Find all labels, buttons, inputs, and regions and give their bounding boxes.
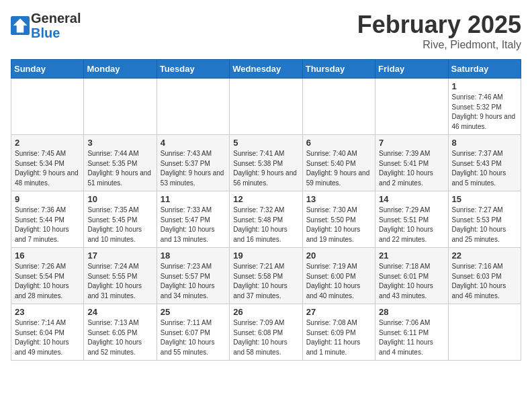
weekday-header-saturday: Saturday bbox=[448, 60, 521, 79]
day-number: 11 bbox=[161, 194, 226, 204]
weekday-header-tuesday: Tuesday bbox=[157, 60, 229, 79]
calendar-cell: 3Sunrise: 7:44 AM Sunset: 5:35 PM Daylig… bbox=[84, 135, 157, 191]
calendar-cell: 28Sunrise: 7:06 AM Sunset: 6:11 PM Dayli… bbox=[375, 304, 448, 361]
calendar-cell: 11Sunrise: 7:33 AM Sunset: 5:47 PM Dayli… bbox=[157, 191, 229, 248]
day-info: Sunrise: 7:19 AM Sunset: 6:00 PM Dayligh… bbox=[306, 262, 371, 301]
calendar-table: SundayMondayTuesdayWednesdayThursdayFrid… bbox=[11, 59, 521, 361]
day-number: 26 bbox=[233, 307, 298, 317]
day-info: Sunrise: 7:23 AM Sunset: 5:57 PM Dayligh… bbox=[161, 262, 226, 301]
calendar-cell: 16Sunrise: 7:26 AM Sunset: 5:54 PM Dayli… bbox=[11, 248, 84, 304]
month-title: February 2025 bbox=[357, 11, 521, 39]
day-number: 24 bbox=[87, 307, 152, 317]
calendar-cell: 9Sunrise: 7:36 AM Sunset: 5:44 PM Daylig… bbox=[11, 191, 84, 248]
calendar-cell bbox=[302, 79, 375, 135]
day-info: Sunrise: 7:18 AM Sunset: 6:01 PM Dayligh… bbox=[379, 262, 444, 301]
weekday-header-monday: Monday bbox=[84, 60, 157, 79]
day-info: Sunrise: 7:41 AM Sunset: 5:38 PM Dayligh… bbox=[233, 149, 298, 188]
calendar-cell: 8Sunrise: 7:37 AM Sunset: 5:43 PM Daylig… bbox=[448, 135, 521, 191]
day-number: 22 bbox=[452, 250, 517, 261]
day-info: Sunrise: 7:26 AM Sunset: 5:54 PM Dayligh… bbox=[15, 262, 80, 301]
weekday-header-row: SundayMondayTuesdayWednesdayThursdayFrid… bbox=[11, 60, 521, 79]
day-number: 28 bbox=[379, 307, 444, 317]
calendar-cell: 18Sunrise: 7:23 AM Sunset: 5:57 PM Dayli… bbox=[157, 248, 229, 304]
calendar-cell: 27Sunrise: 7:08 AM Sunset: 6:09 PM Dayli… bbox=[302, 304, 375, 361]
calendar-cell: 25Sunrise: 7:11 AM Sunset: 6:07 PM Dayli… bbox=[157, 304, 229, 361]
calendar-cell bbox=[11, 79, 84, 135]
calendar-week-5: 23Sunrise: 7:14 AM Sunset: 6:04 PM Dayli… bbox=[11, 304, 521, 361]
day-number: 8 bbox=[452, 138, 517, 148]
day-info: Sunrise: 7:16 AM Sunset: 6:03 PM Dayligh… bbox=[452, 262, 517, 301]
day-number: 3 bbox=[87, 138, 152, 148]
day-info: Sunrise: 7:30 AM Sunset: 5:50 PM Dayligh… bbox=[306, 205, 371, 244]
calendar-cell: 15Sunrise: 7:27 AM Sunset: 5:53 PM Dayli… bbox=[448, 191, 521, 248]
weekday-header-thursday: Thursday bbox=[302, 60, 375, 79]
calendar-cell bbox=[375, 79, 448, 135]
calendar-cell: 5Sunrise: 7:41 AM Sunset: 5:38 PM Daylig… bbox=[230, 135, 302, 191]
day-info: Sunrise: 7:43 AM Sunset: 5:37 PM Dayligh… bbox=[161, 149, 226, 188]
day-info: Sunrise: 7:08 AM Sunset: 6:09 PM Dayligh… bbox=[306, 318, 371, 357]
weekday-header-wednesday: Wednesday bbox=[230, 60, 302, 79]
day-info: Sunrise: 7:21 AM Sunset: 5:58 PM Dayligh… bbox=[233, 262, 298, 301]
day-info: Sunrise: 7:33 AM Sunset: 5:47 PM Dayligh… bbox=[161, 205, 226, 244]
day-info: Sunrise: 7:29 AM Sunset: 5:51 PM Dayligh… bbox=[379, 205, 444, 244]
calendar-cell: 14Sunrise: 7:29 AM Sunset: 5:51 PM Dayli… bbox=[375, 191, 448, 248]
day-number: 7 bbox=[379, 138, 444, 148]
calendar-cell: 23Sunrise: 7:14 AM Sunset: 6:04 PM Dayli… bbox=[11, 304, 84, 361]
day-number: 9 bbox=[15, 194, 80, 204]
calendar-cell bbox=[157, 79, 229, 135]
logo-text-general: General bbox=[31, 11, 81, 26]
calendar-cell: 24Sunrise: 7:13 AM Sunset: 6:05 PM Dayli… bbox=[84, 304, 157, 361]
day-number: 5 bbox=[233, 138, 298, 148]
day-number: 15 bbox=[452, 194, 517, 204]
logo-text-blue: Blue bbox=[31, 26, 81, 40]
day-number: 18 bbox=[161, 250, 226, 261]
day-number: 21 bbox=[379, 250, 444, 261]
weekday-header-friday: Friday bbox=[375, 60, 448, 79]
weekday-header-sunday: Sunday bbox=[11, 60, 84, 79]
day-number: 2 bbox=[15, 138, 80, 148]
day-number: 4 bbox=[161, 138, 226, 148]
day-info: Sunrise: 7:35 AM Sunset: 5:45 PM Dayligh… bbox=[87, 205, 152, 244]
calendar-week-3: 9Sunrise: 7:36 AM Sunset: 5:44 PM Daylig… bbox=[11, 191, 521, 248]
calendar-cell: 26Sunrise: 7:09 AM Sunset: 6:08 PM Dayli… bbox=[230, 304, 302, 361]
day-number: 16 bbox=[15, 250, 80, 261]
day-info: Sunrise: 7:44 AM Sunset: 5:35 PM Dayligh… bbox=[87, 149, 152, 188]
calendar-cell: 10Sunrise: 7:35 AM Sunset: 5:45 PM Dayli… bbox=[84, 191, 157, 248]
day-info: Sunrise: 7:13 AM Sunset: 6:05 PM Dayligh… bbox=[87, 318, 152, 357]
day-number: 6 bbox=[306, 138, 371, 148]
day-info: Sunrise: 7:36 AM Sunset: 5:44 PM Dayligh… bbox=[15, 205, 80, 244]
logo: General Blue bbox=[11, 11, 81, 40]
day-info: Sunrise: 7:09 AM Sunset: 6:08 PM Dayligh… bbox=[233, 318, 298, 357]
calendar-cell: 7Sunrise: 7:39 AM Sunset: 5:41 PM Daylig… bbox=[375, 135, 448, 191]
calendar-cell: 1Sunrise: 7:46 AM Sunset: 5:32 PM Daylig… bbox=[448, 79, 521, 135]
day-info: Sunrise: 7:11 AM Sunset: 6:07 PM Dayligh… bbox=[161, 318, 226, 357]
location: Rive, Piedmont, Italy bbox=[357, 39, 521, 51]
day-info: Sunrise: 7:14 AM Sunset: 6:04 PM Dayligh… bbox=[15, 318, 80, 357]
calendar-cell: 22Sunrise: 7:16 AM Sunset: 6:03 PM Dayli… bbox=[448, 248, 521, 304]
calendar-week-2: 2Sunrise: 7:45 AM Sunset: 5:34 PM Daylig… bbox=[11, 135, 521, 191]
day-number: 17 bbox=[87, 250, 152, 261]
day-number: 1 bbox=[452, 81, 517, 91]
day-number: 10 bbox=[87, 194, 152, 204]
page-header: General Blue February 2025 Rive, Piedmon… bbox=[11, 11, 521, 51]
calendar-cell bbox=[448, 304, 521, 361]
day-number: 12 bbox=[233, 194, 298, 204]
calendar-cell bbox=[230, 79, 302, 135]
day-info: Sunrise: 7:40 AM Sunset: 5:40 PM Dayligh… bbox=[306, 149, 371, 188]
title-block: February 2025 Rive, Piedmont, Italy bbox=[357, 11, 521, 51]
calendar-cell: 4Sunrise: 7:43 AM Sunset: 5:37 PM Daylig… bbox=[157, 135, 229, 191]
day-number: 13 bbox=[306, 194, 371, 204]
calendar-cell: 21Sunrise: 7:18 AM Sunset: 6:01 PM Dayli… bbox=[375, 248, 448, 304]
day-number: 19 bbox=[233, 250, 298, 261]
day-info: Sunrise: 7:27 AM Sunset: 5:53 PM Dayligh… bbox=[452, 205, 517, 244]
day-number: 25 bbox=[161, 307, 226, 317]
day-info: Sunrise: 7:06 AM Sunset: 6:11 PM Dayligh… bbox=[379, 318, 444, 357]
calendar-week-4: 16Sunrise: 7:26 AM Sunset: 5:54 PM Dayli… bbox=[11, 248, 521, 304]
calendar-cell: 12Sunrise: 7:32 AM Sunset: 5:48 PM Dayli… bbox=[230, 191, 302, 248]
day-info: Sunrise: 7:24 AM Sunset: 5:55 PM Dayligh… bbox=[87, 262, 152, 301]
day-number: 20 bbox=[306, 250, 371, 261]
calendar-cell: 6Sunrise: 7:40 AM Sunset: 5:40 PM Daylig… bbox=[302, 135, 375, 191]
calendar-cell: 13Sunrise: 7:30 AM Sunset: 5:50 PM Dayli… bbox=[302, 191, 375, 248]
calendar-cell bbox=[84, 79, 157, 135]
day-number: 23 bbox=[15, 307, 80, 317]
